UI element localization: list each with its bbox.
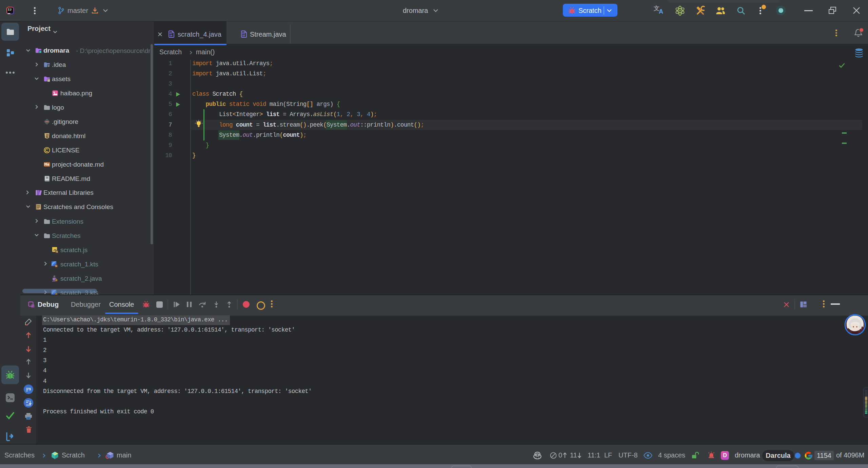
svg-text:10: 10 [242,35,245,37]
svg-text:01: 01 [242,32,245,35]
svg-text:10: 10 [170,35,172,37]
svg-text:01: 01 [170,32,172,35]
